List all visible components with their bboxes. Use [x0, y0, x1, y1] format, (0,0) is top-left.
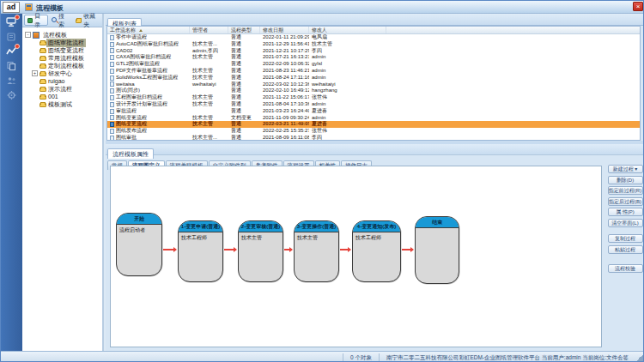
flow-node[interactable]: 3-变更操作(普通)技术主管 [294, 220, 339, 282]
workflow-icon [110, 62, 114, 67]
tree-panel: 目录 搜索 收藏夹 - 流程模板 图纸审批流程图纸变更流程常用流程模板定制流程模… [22, 14, 104, 351]
folder-icon [39, 57, 46, 61]
table-row[interactable]: 设计开发计划审批流程技术主管普通2021-08-04 17:10:36admin [107, 101, 640, 108]
copy-pages-icon[interactable] [6, 61, 17, 71]
expand-toggle-icon[interactable]: + [32, 70, 38, 76]
table-row[interactable]: 工程图审批归档流程技术主管普通2021-11-22 15:06:17张世伟 [107, 94, 640, 101]
workflow-icon [110, 109, 114, 114]
app-logo: ad [3, 2, 20, 13]
workflow-icon [110, 81, 114, 87]
folder-icon [39, 72, 46, 76]
flow-node-assignee: 技术工程师 [179, 232, 222, 242]
workflow-icon [110, 75, 114, 81]
table-row[interactable]: CAD02admin,李四普通2021-12-21 10:17:29李四 [107, 48, 640, 55]
flow-node-title: 开始 [117, 214, 161, 225]
action-button[interactable]: 复制过程 [608, 234, 643, 243]
action-button[interactable]: 指定前过程(R) [608, 186, 643, 195]
tree-item-label: 研发中心 [46, 69, 74, 78]
list-tabstrip: 模板列表 [106, 14, 644, 26]
col-name[interactable]: 工作流名称 [107, 27, 190, 33]
folder-icon [76, 19, 82, 23]
resize-grip[interactable] [635, 353, 644, 362]
props-tabstrip: 流程模板属性 [106, 144, 644, 155]
table-row[interactable]: 图纸变更流程技术主管普通2022-03-21 11:49:05夏进喜 [107, 121, 640, 128]
workflow-icon [110, 42, 114, 47]
workflow-icon [110, 35, 114, 40]
action-button[interactable]: 属 性(P) [608, 208, 643, 216]
flow-node[interactable]: 4-变更通知(发布)技术工程师 [352, 220, 401, 282]
col-manager[interactable]: 管理者 [190, 27, 228, 33]
table-row[interactable]: weitaisaweihaitaiyi普通2022-03-02 10:12:36… [107, 81, 640, 88]
table-row[interactable]: 图纸发布流程普通2022-02-25 15:35:27张世伟 [107, 128, 640, 135]
action-button[interactable]: 删除(D) [608, 176, 643, 184]
flow-node-assignee: 技术主管 [295, 232, 338, 242]
flow-node-assignee: 技术工程师 [353, 232, 400, 242]
table-row[interactable]: 审批流程普通2021-03-23 16:24:40夏进喜 [107, 108, 640, 115]
table-row[interactable]: SolidWorks工程图审批流程技术主管普通2021-08-24 17:11:… [107, 75, 640, 81]
close-button[interactable]: × [633, 2, 643, 11]
flow-node-assignee [416, 228, 459, 230]
table-row[interactable]: AutoCAD图纸审批归档流程技术主管...普通2021-12-29 11:56… [107, 41, 640, 48]
action-button[interactable]: 清空界面(L) [608, 219, 643, 227]
tab-directory[interactable]: 目录 [24, 15, 48, 26]
table-row[interactable]: 测试(同步)普通2022-02-10 16:49:12hangzhang [107, 87, 640, 94]
action-button[interactable]: 指定后过程(B) [608, 197, 643, 206]
team-icon[interactable] [6, 75, 17, 86]
desktop-icon[interactable] [6, 17, 17, 27]
flow-node[interactable]: 2-变更审核(普通)技术主管 [238, 220, 283, 282]
action-button[interactable]: 粘贴过程 [608, 245, 643, 254]
folder-icon [39, 49, 46, 53]
tab-search[interactable]: 搜索 [48, 15, 72, 26]
flow-node[interactable]: 结束 [415, 216, 459, 284]
tree-item-label: 演示流程 [46, 85, 74, 94]
workflow-table: 工作流名称 管理者 流程类型 修改日期 修改人 零件申请流程普通2022-01-… [106, 26, 641, 141]
tab-directory-label: 目录 [34, 12, 45, 29]
tree-panel-tabs: 目录 搜索 收藏夹 [22, 14, 102, 27]
object-count: 0 个对象 [343, 353, 379, 362]
tree-item-label: ruigao [46, 78, 66, 84]
flow-node-title: 4-变更通知(发布) [353, 221, 400, 232]
folder-icon [39, 95, 46, 100]
collapse-toggle-icon[interactable]: - [25, 32, 31, 38]
action-button[interactable]: 新建过程 ▾ [608, 165, 643, 173]
table-row[interactable]: PDF文件审批签章流程技术主管普通2021-08-23 11:46:21admi… [107, 68, 640, 75]
flow-node[interactable]: 开始流程启动者 [116, 213, 162, 276]
col-type[interactable]: 流程类型 [228, 27, 260, 33]
folder-icon [39, 103, 46, 107]
workflow-icon [110, 69, 114, 74]
col-modified-date[interactable]: 修改日期 [260, 27, 309, 33]
workflow-icon [110, 129, 114, 134]
flow-node-assignee: 技术主管 [239, 232, 283, 242]
flow-arrow [224, 249, 236, 250]
workflow-icon [110, 122, 114, 127]
activity-chart-icon[interactable] [6, 46, 17, 57]
table-row[interactable]: 零件申请流程普通2022-01-11 21:09:29电风扇 [107, 34, 640, 41]
flow-arrow [340, 249, 350, 250]
tree-item[interactable]: 演示流程 [25, 85, 102, 93]
folder-icon [39, 80, 46, 84]
tab-favorites-label: 收藏夹 [83, 12, 99, 29]
table-row[interactable]: GTL2图纸审批流程普通2022-02-09 10:06:32gylsl [107, 61, 640, 68]
table-header: 工作流名称 管理者 流程类型 修改日期 修改人 [107, 27, 640, 34]
tree-item[interactable]: +研发中心 [25, 69, 102, 77]
flow-node[interactable]: 1-变更申请(普通)技术工程师 [178, 220, 223, 282]
library-icon[interactable] [6, 32, 17, 42]
app-window: ad 流程模板 × 目录 [0, 0, 644, 362]
action-button[interactable]: 流程校验 [608, 264, 643, 273]
gear-icon[interactable] [6, 90, 17, 100]
flow-node-title: 1-变更申请(普通) [179, 221, 222, 232]
tree-item[interactable]: 模板测试 [25, 100, 102, 108]
col-modifier[interactable]: 修改人 [309, 27, 386, 33]
workflow-icon [110, 102, 114, 107]
workflow-icon [110, 95, 114, 100]
flow-node-title: 2-变更审核(普通) [239, 221, 283, 232]
table-row[interactable]: 图纸审批技术主管...普通2021-08-09 16:11:08李四 [107, 135, 640, 141]
flow-arrow [284, 249, 292, 250]
flowchart-canvas[interactable]: 开始流程启动者1-变更申请(普通)技术工程师2-变更审核(普通)技术主管3-变更… [110, 166, 602, 347]
flow-node-title: 3-变更操作(普通) [295, 221, 338, 232]
table-row[interactable]: 图纸变更流程技术主管文档变更2021-11-09 09:30:24admin [107, 115, 640, 122]
company-info: 南宁市二零二五科技有限公司彩虹EDM-企业图纸管理软件平台 当前用户:admin… [379, 353, 635, 362]
tab-favorites[interactable]: 收藏夹 [72, 15, 102, 26]
table-row[interactable]: CAXA图纸审批归档流程技术主管普通2021-07-21 16:13:21adm… [107, 54, 640, 61]
main-panel: 模板列表 工作流名称 管理者 流程类型 修改日期 修改人 零件申请流程普通202… [106, 14, 644, 351]
